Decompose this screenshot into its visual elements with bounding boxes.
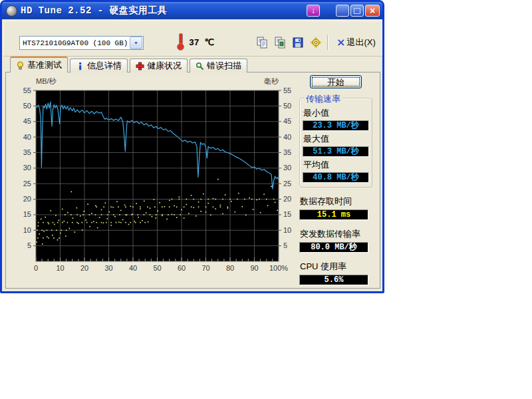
svg-text:30: 30 — [283, 164, 291, 172]
gear-icon — [310, 37, 322, 49]
svg-text:30: 30 — [23, 164, 31, 172]
svg-text:70: 70 — [201, 264, 209, 272]
tab-error-scan[interactable]: 错误扫描 — [190, 59, 247, 72]
exit-x-icon: × — [336, 37, 345, 48]
svg-text:5: 5 — [27, 241, 31, 249]
toolbar: HTS721010G9AT00 (100 GB) ▼ 37 ℃ — [3, 21, 382, 57]
svg-text:15: 15 — [283, 210, 291, 218]
chevron-down-icon[interactable]: ▼ — [130, 37, 142, 49]
minimize-button[interactable]: _ — [336, 5, 349, 17]
exit-label: 退出(X) — [346, 37, 375, 49]
svg-text:50: 50 — [23, 102, 31, 110]
temperature-label: 37 ℃ — [189, 37, 214, 48]
svg-text:100%: 100% — [269, 264, 288, 272]
svg-text:45: 45 — [283, 117, 291, 125]
close-icon: × — [370, 6, 375, 15]
tab-label: 健康状况 — [147, 60, 182, 72]
svg-text:50: 50 — [153, 264, 161, 272]
min-label: 最小值 — [303, 107, 368, 119]
tab-label: 基准测试 — [27, 59, 62, 71]
svg-text:20: 20 — [80, 264, 88, 272]
toolbar-icons: × 退出(X) — [255, 35, 376, 50]
drive-select-value: HTS721010G9AT00 (100 GB) — [20, 39, 130, 47]
svg-text:45: 45 — [23, 117, 31, 125]
benchmark-chart: 5510101515202025253030353540404545505055… — [19, 74, 307, 275]
tab-label: 错误扫描 — [207, 60, 241, 72]
copy-text-icon — [256, 37, 268, 49]
tab-health[interactable]: 健康状况 — [130, 59, 188, 72]
red-cross-icon — [136, 62, 144, 70]
tab-label: 信息详情 — [87, 60, 122, 72]
titlebar: HD Tune 2.52 - 硬盘实用工具 ↓ _ × — [2, 2, 382, 19]
svg-text:10: 10 — [283, 226, 291, 234]
info-icon — [76, 62, 84, 70]
results-panel: 开始 传输速率 最小值 23.3 MB/秒 最大值 51.3 MB/秒 平均值 … — [299, 75, 378, 285]
svg-text:35: 35 — [23, 148, 31, 156]
svg-text:40: 40 — [23, 133, 31, 141]
min-value-display: 23.3 MB/秒 — [303, 120, 369, 131]
magnifier-icon — [196, 62, 204, 70]
options-button[interactable] — [309, 36, 323, 49]
svg-text:0: 0 — [34, 264, 38, 272]
cpu-usage-label: CPU 使用率 — [300, 261, 378, 273]
access-time-display: 15.1 ms — [299, 209, 368, 220]
max-label: 最大值 — [303, 133, 368, 145]
svg-text:55: 55 — [283, 86, 291, 94]
app-icon — [6, 5, 17, 17]
exit-button[interactable]: × 退出(X) — [336, 37, 376, 49]
burst-rate-label: 突发数据传输率 — [300, 228, 378, 240]
svg-text:50: 50 — [283, 102, 291, 110]
group-title: 传输速率 — [304, 93, 342, 105]
svg-text:80: 80 — [226, 264, 234, 272]
tab-bar: 基准测试 信息详情 健康状况 — [10, 57, 249, 72]
tab-info[interactable]: 信息详情 — [70, 59, 128, 72]
avg-value-display: 40.8 MB/秒 — [303, 172, 369, 183]
svg-text:35: 35 — [283, 148, 291, 156]
drive-select[interactable]: HTS721010G9AT00 (100 GB) ▼ — [19, 36, 144, 50]
copy-image-icon — [274, 37, 286, 49]
svg-text:15: 15 — [23, 210, 31, 218]
transfer-rate-group: 传输速率 最小值 23.3 MB/秒 最大值 51.3 MB/秒 平均值 40.… — [299, 98, 372, 188]
save-button[interactable] — [291, 36, 305, 49]
maximize-button[interactable] — [350, 5, 364, 17]
svg-text:20: 20 — [283, 195, 291, 203]
toolbar-separator — [327, 35, 329, 50]
cpu-usage-display: 5.6% — [299, 275, 368, 285]
svg-text:20: 20 — [23, 195, 31, 203]
svg-text:25: 25 — [283, 180, 291, 188]
copy-image-button[interactable] — [273, 36, 287, 49]
svg-text:10: 10 — [23, 226, 31, 234]
max-value-display: 51.3 MB/秒 — [303, 146, 369, 157]
start-button[interactable]: 开始 — [310, 75, 362, 88]
svg-text:90: 90 — [250, 264, 258, 272]
svg-text:55: 55 — [23, 86, 31, 94]
svg-text:30: 30 — [104, 264, 112, 272]
svg-text:10: 10 — [56, 264, 64, 272]
svg-text:毫秒: 毫秒 — [264, 77, 279, 85]
benchmark-tab-page: 5510101515202025253030353540404545505055… — [5, 72, 380, 289]
minimize-icon: _ — [340, 9, 345, 17]
burst-rate-display: 80.0 MB/秒 — [299, 242, 368, 253]
save-icon — [292, 37, 304, 49]
svg-text:MB/秒: MB/秒 — [36, 77, 57, 85]
avg-label: 平均值 — [303, 159, 368, 171]
close-button[interactable]: × — [365, 5, 380, 17]
svg-text:40: 40 — [283, 133, 291, 141]
down-arrow-icon: ↓ — [311, 7, 315, 15]
svg-text:40: 40 — [129, 264, 137, 272]
svg-text:5: 5 — [283, 241, 287, 249]
maximize-icon — [354, 8, 360, 14]
svg-text:60: 60 — [178, 264, 186, 272]
lightbulb-icon — [16, 61, 25, 70]
access-time-label: 数据存取时间 — [300, 196, 378, 207]
thermometer-icon — [176, 33, 184, 51]
download-button[interactable]: ↓ — [307, 5, 320, 17]
hdtune-window: HD Tune 2.52 - 硬盘实用工具 ↓ _ × HTS721010G9A… — [0, 0, 384, 293]
window-title: HD Tune 2.52 - 硬盘实用工具 — [21, 5, 305, 17]
tab-benchmark[interactable]: 基准测试 — [10, 57, 68, 72]
svg-text:25: 25 — [23, 180, 31, 188]
copy-text-button[interactable] — [255, 36, 269, 49]
desktop: HD Tune 2.52 - 硬盘实用工具 ↓ _ × HTS721010G9A… — [0, 0, 532, 399]
